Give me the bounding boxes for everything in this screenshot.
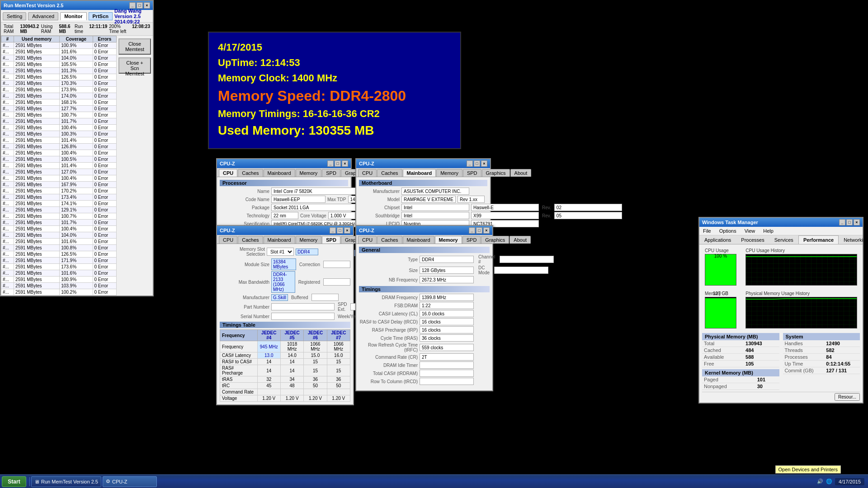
close-memtest-button[interactable]: Close Memtest	[118, 38, 151, 55]
mb-chipset-label: Chipset	[359, 205, 400, 210]
trfc-label: Row Refresh Cycle Time (tRFC)	[359, 343, 418, 352]
tab-mem-graphics[interactable]: Graphics	[481, 236, 509, 244]
menu-options[interactable]: Options	[717, 228, 738, 234]
spd-j4: 32	[257, 376, 280, 383]
tab-spd-cpu[interactable]: CPU	[219, 236, 237, 244]
tab-spd-mainboard[interactable]: Mainboard	[264, 236, 295, 244]
spd-row-label: RAS# to CAS#	[220, 359, 258, 365]
mem-timings-title: Timings	[359, 286, 490, 292]
tab-mb-memory[interactable]: Memory	[436, 169, 462, 177]
col-mem: Used memory	[14, 36, 60, 42]
start-button[interactable]: Start	[2, 476, 26, 487]
tab-tm-net[interactable]: Networking	[839, 235, 868, 244]
tab-advanced[interactable]: Advanced	[28, 12, 58, 20]
spd-j5: 14.0	[280, 352, 303, 359]
tab-memory[interactable]: Memory	[296, 169, 322, 177]
tab-mem-mainboard[interactable]: Mainboard	[403, 236, 434, 244]
spd-minimize[interactable]: _	[330, 227, 336, 234]
tab-spd[interactable]: SPD	[322, 169, 340, 177]
tab-spd-spd[interactable]: SPD	[322, 236, 340, 244]
tab-mem-spd[interactable]: SPD	[462, 236, 481, 244]
row-cov: 170.3%	[60, 80, 93, 87]
row-mem: 2591 MBytes	[14, 182, 60, 188]
menu-file[interactable]: File	[701, 228, 713, 234]
tab-mb-graphics[interactable]: Graphics	[482, 169, 510, 177]
cpuz-mb-maximize[interactable]: □	[474, 160, 480, 167]
tab-mem-memory[interactable]: Memory	[435, 236, 462, 244]
tab-prtscn[interactable]: PrtScn	[89, 12, 113, 20]
row-num: #...	[1, 201, 14, 207]
menu-view[interactable]: View	[743, 228, 757, 234]
tm-close[interactable]: ×	[854, 219, 860, 225]
row-cov: 100.4%	[60, 125, 93, 131]
rp-row: RAS# Precharge (tRP) 16 clocks	[359, 326, 490, 333]
cpuz-mb-minimize[interactable]: _	[467, 160, 473, 167]
mem-timings-section: Timings DRAM Frequency 1399.8 MHz FSB:DR…	[359, 286, 490, 385]
row-cov: 168.1%	[60, 99, 93, 106]
fsb-dram-label: FSB:DRAM	[359, 303, 418, 308]
tab-mem-caches[interactable]: Caches	[377, 236, 402, 244]
spd-j6: 36	[304, 376, 327, 383]
tab-mem-cpu[interactable]: CPU	[358, 236, 377, 244]
table-row: #...2591 MBytes126.8%0 Error	[1, 144, 117, 150]
taskbar-cpuz-label: CPU-Z	[112, 479, 127, 484]
row-mem: 2591 MBytes	[14, 201, 60, 207]
table-row: #...2591 MBytes100.7%0 Error	[1, 213, 117, 220]
tab-tm-procs[interactable]: Processes	[736, 235, 769, 244]
row-num: #...	[1, 144, 14, 150]
tab-monitor[interactable]: Monitor	[60, 12, 86, 20]
tab-caches[interactable]: Caches	[238, 169, 263, 177]
tm-maximize[interactable]: □	[846, 219, 853, 225]
tab-mb-mainboard[interactable]: Mainboard	[403, 169, 436, 177]
taskmanager-window: Windows Task Manager _ □ × File Options …	[698, 217, 863, 404]
row-num: #...	[1, 258, 14, 264]
tab-mem-about[interactable]: About	[509, 236, 531, 244]
cpuz-cpu-titlebar-btns: _ □ ×	[327, 160, 348, 167]
tab-mb-cpu[interactable]: CPU	[358, 169, 377, 177]
tab-tm-apps[interactable]: Applications	[699, 235, 736, 244]
tab-mb-spd[interactable]: SPD	[463, 169, 481, 177]
slot-select[interactable]: Slot #1 Slot #2 Slot #3 Slot #4	[267, 248, 294, 256]
cpuz-cpu-maximize[interactable]: □	[335, 160, 341, 167]
spd-j6: 1.20 V	[304, 395, 327, 402]
row-cov: 101.4%	[60, 137, 93, 144]
tab-cpu[interactable]: CPU	[219, 169, 237, 177]
cr-row: Command Rate (CR) 2T	[359, 353, 490, 361]
cpu-gauge-label: 100 %	[705, 253, 736, 258]
table-row: #...2591 MBytes100.9%0 Error	[1, 277, 117, 283]
resource-monitor-button[interactable]: Resour...	[835, 393, 860, 401]
close-scn-button[interactable]: Close + Scn Memtest	[118, 57, 151, 74]
taskbar-cpuz-button[interactable]: ⚙ CPU-Z	[103, 476, 157, 487]
mem-close[interactable]: ×	[483, 227, 490, 234]
row-mem: 2591 MBytes	[14, 125, 60, 131]
row-mem: 2591 MBytes	[14, 270, 60, 277]
cpuz-cpu-close[interactable]: ×	[342, 160, 348, 167]
spd-maximize[interactable]: □	[337, 227, 343, 234]
spd-j7: 1066 MHz	[327, 341, 350, 352]
tab-mb-caches[interactable]: Caches	[377, 169, 402, 177]
tab-setting[interactable]: Setting	[3, 12, 26, 20]
spd-close[interactable]: ×	[344, 227, 350, 234]
devices-printers-tooltip[interactable]: Open Devices and Printers	[775, 465, 841, 474]
cpuz-mb-close[interactable]: ×	[481, 160, 487, 167]
memoryclock-display: Memory Clock: 1400 MHz	[218, 72, 451, 84]
mem-minimize[interactable]: _	[469, 227, 475, 234]
tab-mb-about[interactable]: About	[510, 169, 532, 177]
tab-tm-services[interactable]: Services	[769, 235, 798, 244]
tab-spd-caches[interactable]: Caches	[238, 236, 263, 244]
tab-mainboard[interactable]: Mainboard	[264, 169, 295, 177]
tab-spd-memory[interactable]: Memory	[296, 236, 322, 244]
row-num: #...	[1, 80, 14, 87]
menu-help[interactable]: Help	[761, 228, 775, 234]
mem-maximize[interactable]: □	[476, 227, 482, 234]
name-label: Name	[220, 189, 269, 194]
col-j4: JEDEC #4	[257, 330, 280, 341]
row-num: #...	[1, 175, 14, 182]
taskbar-clock: 4/17/2015	[835, 478, 864, 485]
taskbar-memtest-button[interactable]: 🖥 Run MemTest Version 2.5	[31, 476, 101, 487]
row-num: #...	[1, 42, 14, 49]
tm-minimize[interactable]: _	[839, 219, 845, 225]
tab-tm-perf[interactable]: Performance	[798, 235, 839, 244]
cpuz-cpu-minimize[interactable]: _	[327, 160, 334, 167]
row-num: #...	[1, 289, 14, 296]
